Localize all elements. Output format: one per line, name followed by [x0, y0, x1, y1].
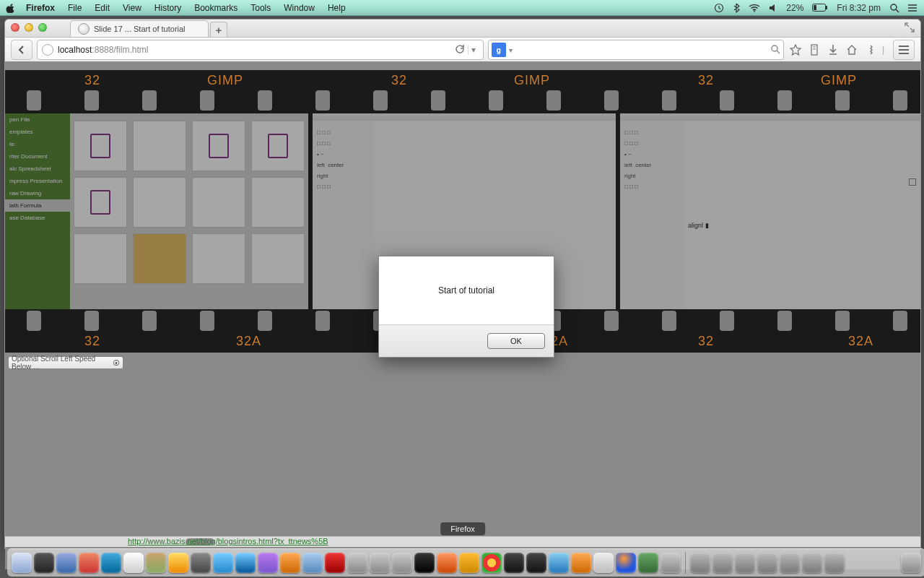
dock-minwin2[interactable] — [712, 553, 733, 573]
alert-dialog: Start of tutorial OK — [378, 256, 554, 358]
menubar-clock[interactable]: Fri 8:32 pm — [837, 3, 881, 13]
firefox-menu-button[interactable] — [893, 40, 915, 60]
browser-tab-active[interactable]: Slide 17 ... Start of tutorial — [70, 20, 209, 37]
dock-notes[interactable] — [168, 553, 188, 573]
dock-minwin6[interactable] — [802, 553, 822, 573]
scroll-speed-select[interactable]: Optional Scroll Left Speed Below ... ⦿ — [8, 356, 123, 369]
site-identity-icon[interactable] — [42, 44, 53, 56]
filmstrip-top-border: 32 GIMP 32 GIMP 32 GIMP — [5, 70, 920, 113]
dock-sysprefs[interactable] — [347, 553, 367, 573]
battery-percent[interactable]: 22% — [786, 3, 803, 13]
dock-minwin4[interactable] — [757, 553, 777, 573]
fullscreen-icon[interactable] — [905, 22, 915, 35]
search-submit-icon[interactable] — [770, 44, 780, 56]
dock-app5[interactable] — [325, 553, 345, 573]
bookmark-star-icon[interactable] — [788, 43, 803, 57]
chevron-updown-icon: ⦿ — [113, 359, 120, 367]
dock-minwin7[interactable] — [824, 553, 845, 573]
close-window-button[interactable] — [11, 23, 19, 32]
dock-app15[interactable] — [661, 553, 681, 573]
spotlight-icon[interactable] — [889, 3, 899, 13]
dock-itunes[interactable] — [258, 553, 278, 573]
dock-app14[interactable] — [638, 553, 658, 573]
apple-menu-icon[interactable] — [6, 3, 16, 13]
dock-minwin5[interactable] — [780, 553, 800, 573]
dock-app11[interactable] — [549, 553, 569, 573]
menu-edit[interactable]: Edit — [95, 3, 110, 13]
url-bar[interactable]: localhost:8888/film.html ▾ — [37, 40, 484, 60]
menu-file[interactable]: File — [68, 3, 82, 13]
page-content: 32 GIMP 32 GIMP 32 GIMP pen File emplate… — [5, 61, 920, 548]
dock-app7[interactable] — [392, 553, 412, 573]
dock-calendar[interactable] — [123, 553, 144, 573]
svg-point-1 — [754, 10, 755, 12]
menu-tools[interactable]: Tools — [250, 3, 271, 13]
dock-app10[interactable] — [526, 553, 546, 573]
zoom-window-button[interactable] — [38, 23, 47, 32]
menu-window[interactable]: Window — [284, 3, 315, 13]
dock-gimp[interactable] — [459, 553, 479, 573]
dock-launchpad[interactable] — [34, 553, 54, 573]
back-button[interactable] — [11, 40, 32, 60]
dock-contacts[interactable] — [146, 553, 166, 573]
dock-mail[interactable] — [101, 553, 121, 573]
dock-app8[interactable] — [437, 553, 457, 573]
firefox-window: Slide 17 ... Start of tutorial + localho… — [4, 19, 921, 549]
firefox-toolbar: localhost:8888/film.html ▾ g ▾ | — [5, 38, 920, 63]
dock-minwin1[interactable] — [690, 553, 710, 573]
alert-message: Start of tutorial — [379, 256, 554, 324]
film-frame-3: □ □ □ □ □ □ • ~ left center right □ □ □ … — [620, 113, 920, 309]
dock-trash[interactable] — [901, 553, 921, 573]
status-hover-link: http://www.bazis.net/blog/blogsintros.ht… — [128, 537, 328, 545]
film-label: 32 — [698, 73, 714, 88]
dock-app[interactable] — [79, 553, 99, 573]
timemachine-icon[interactable] — [714, 3, 724, 13]
dock-hover-label: Firefox — [440, 522, 485, 535]
dock-app13[interactable] — [593, 553, 614, 573]
dock-app9[interactable] — [504, 553, 524, 573]
tab-strip: Slide 17 ... Start of tutorial + — [70, 20, 227, 37]
film-label: GIMP — [514, 73, 550, 88]
dock-app12[interactable] — [571, 553, 591, 573]
menu-view[interactable]: View — [123, 3, 141, 13]
svg-line-6 — [896, 9, 899, 12]
new-tab-button[interactable]: + — [210, 22, 227, 37]
dock-minwin3[interactable] — [735, 553, 755, 573]
wifi-icon[interactable] — [749, 4, 760, 12]
tab-favicon — [78, 23, 90, 35]
bookmarks-list-icon[interactable] — [807, 43, 821, 57]
dock-firefox[interactable] — [616, 553, 636, 573]
search-bar[interactable]: g ▾ — [488, 40, 784, 60]
film-label: GIMP — [821, 73, 857, 88]
downloads-icon[interactable] — [826, 43, 840, 57]
url-host: localhost — [58, 45, 92, 55]
svg-rect-3 — [826, 6, 827, 9]
reload-button[interactable] — [452, 44, 468, 56]
dock-chrome[interactable] — [481, 553, 502, 573]
app-name[interactable]: Firefox — [26, 3, 55, 13]
dock-app6[interactable] — [370, 553, 390, 573]
notification-center-icon[interactable] — [908, 3, 918, 13]
dock-app2[interactable] — [191, 553, 211, 573]
menu-history[interactable]: History — [154, 3, 181, 13]
dock-appstore[interactable] — [302, 553, 323, 573]
home-icon[interactable] — [845, 43, 859, 57]
dock-finder[interactable] — [12, 553, 32, 573]
bluetooth-icon[interactable] — [733, 3, 740, 13]
url-port: :8888 — [92, 45, 113, 55]
dock-safari[interactable] — [56, 553, 77, 573]
minimize-window-button[interactable] — [25, 23, 33, 32]
addon-icon[interactable] — [863, 43, 878, 57]
film-sprockets-top — [5, 90, 920, 112]
dock-app4[interactable] — [280, 553, 300, 573]
url-history-dropdown[interactable]: ▾ — [468, 45, 479, 55]
alert-ok-button[interactable]: OK — [487, 333, 545, 349]
dock-app3[interactable] — [235, 553, 256, 573]
dock-messages[interactable] — [213, 553, 233, 573]
menu-bookmarks[interactable]: Bookmarks — [194, 3, 237, 13]
search-engine-icon[interactable]: g — [492, 43, 506, 57]
svg-rect-4 — [814, 5, 816, 10]
volume-icon[interactable] — [769, 4, 777, 12]
dock-terminal[interactable] — [414, 553, 435, 573]
menu-help[interactable]: Help — [328, 3, 346, 13]
